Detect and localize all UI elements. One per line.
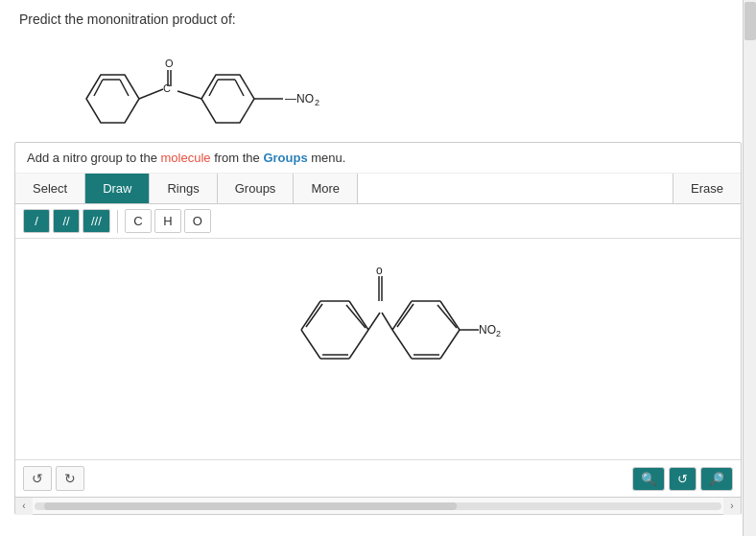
svg-text:O: O: [165, 58, 174, 69]
hydrogen-button[interactable]: H: [154, 209, 181, 233]
question-molecule-svg: C O —NO 2: [48, 36, 374, 132]
scrollbar-thumb: [744, 2, 756, 40]
single-bond-button[interactable]: /: [23, 209, 50, 233]
question-label: Predict the mononitration product of:: [19, 12, 236, 27]
carbon-button[interactable]: C: [125, 209, 152, 233]
tab-draw[interactable]: Draw: [85, 174, 150, 203]
instruction-suffix: menu.: [308, 151, 346, 165]
svg-line-30: [382, 313, 392, 330]
svg-text:o: o: [376, 264, 383, 277]
svg-line-26: [306, 304, 322, 327]
toolbar-tabs: Select Draw Rings Groups More Erase: [15, 174, 741, 204]
svg-line-9: [177, 91, 201, 99]
bottom-toolbar: ↺ ↻ 🔍 ↺ 🔍: [15, 459, 741, 497]
draw-tools-row: / // /// C H O: [15, 204, 741, 239]
svg-line-31: [392, 301, 412, 330]
scroll-thumb: [44, 502, 457, 510]
tab-rings[interactable]: Rings: [150, 174, 217, 203]
undo-button[interactable]: ↺: [23, 466, 52, 491]
svg-text:2: 2: [315, 98, 319, 107]
tab-select[interactable]: Select: [15, 174, 85, 203]
svg-line-1: [94, 80, 103, 96]
vertical-scrollbar[interactable]: [743, 0, 756, 536]
canvas-wrapper: o: [15, 239, 741, 459]
scroll-right-button[interactable]: ›: [723, 498, 741, 515]
svg-line-36: [392, 330, 412, 359]
svg-line-3: [120, 80, 129, 96]
bottom-left-tools: ↺ ↻: [23, 466, 84, 491]
triple-bond-button[interactable]: ///: [83, 209, 110, 233]
tab-groups[interactable]: Groups: [218, 174, 295, 203]
svg-text:—NO: —NO: [285, 92, 314, 105]
drawn-molecule-svg: o: [224, 253, 532, 445]
tab-more[interactable]: More: [294, 174, 358, 203]
zoom-out-button[interactable]: 🔍: [700, 467, 733, 491]
zoom-reset-button[interactable]: ↺: [669, 467, 697, 491]
svg-marker-10: [201, 75, 254, 123]
instruction-molecule: molecule: [160, 151, 210, 165]
svg-line-34: [440, 330, 460, 359]
svg-line-25: [301, 330, 320, 359]
svg-line-4: [139, 89, 163, 99]
tool-separator: [117, 210, 118, 233]
svg-marker-0: [86, 75, 139, 123]
horizontal-scrollbar[interactable]: ‹ ›: [15, 497, 741, 514]
scroll-left-button[interactable]: ‹: [15, 498, 33, 515]
tab-erase[interactable]: Erase: [673, 174, 741, 203]
svg-line-11: [209, 80, 218, 96]
svg-line-20: [301, 301, 320, 330]
zoom-in-button[interactable]: 🔍: [632, 467, 665, 491]
redo-button[interactable]: ↻: [56, 466, 84, 491]
molecule-editor: Add a nitro group to the molecule from t…: [14, 142, 742, 515]
scroll-track: [35, 502, 721, 510]
double-bond-button[interactable]: //: [53, 209, 80, 233]
question-section: Predict the mononitration product of: C …: [0, 0, 756, 142]
instruction-groups: Groups: [263, 151, 307, 165]
svg-line-13: [235, 80, 244, 96]
svg-text:NO: NO: [479, 323, 496, 337]
svg-line-37: [397, 304, 413, 327]
svg-line-29: [368, 313, 380, 330]
bottom-right-tools: 🔍 ↺ 🔍: [632, 467, 733, 491]
question-text: Predict the mononitration product of:: [19, 12, 737, 27]
svg-text:2: 2: [496, 329, 501, 338]
oxygen-button[interactable]: O: [184, 209, 211, 233]
question-molecule: C O —NO 2: [48, 36, 737, 132]
svg-line-27: [346, 305, 366, 328]
instruction-middle: from the: [211, 151, 264, 165]
svg-line-33: [440, 301, 460, 330]
svg-line-23: [349, 330, 368, 359]
svg-line-38: [437, 305, 457, 328]
svg-text:C: C: [163, 82, 171, 94]
instruction-bar: Add a nitro group to the molecule from t…: [15, 143, 741, 174]
drawing-canvas[interactable]: o: [15, 239, 741, 459]
svg-line-22: [349, 301, 368, 330]
instruction-prefix: Add a nitro group to the: [27, 151, 160, 165]
